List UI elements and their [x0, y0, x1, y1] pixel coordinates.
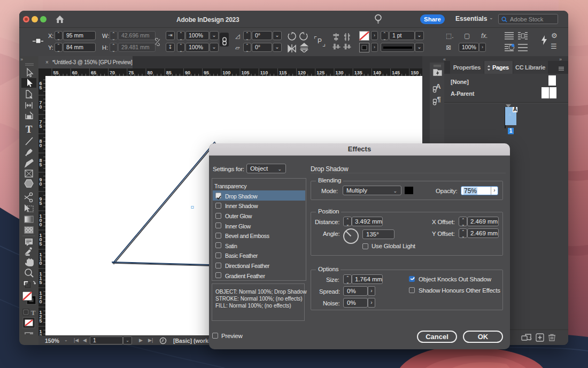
- svg-text:135: 135: [354, 70, 362, 75]
- svg-text:T: T: [26, 124, 33, 135]
- svg-text:5: 5: [39, 280, 42, 285]
- svg-text:70: 70: [110, 70, 115, 75]
- svg-text:65: 65: [91, 70, 96, 75]
- svg-text:0: 0: [39, 222, 42, 227]
- svg-text:115: 115: [279, 70, 287, 75]
- svg-text:95: 95: [204, 70, 209, 75]
- svg-text:T: T: [31, 309, 36, 317]
- svg-text:5: 5: [39, 241, 42, 247]
- svg-text:55: 55: [53, 70, 59, 75]
- svg-text:125: 125: [316, 70, 324, 75]
- svg-text:145: 145: [392, 70, 400, 75]
- svg-text:5: 5: [39, 85, 42, 90]
- svg-text:5: 5: [39, 124, 42, 129]
- svg-text:85: 85: [166, 70, 172, 75]
- svg-text:100: 100: [222, 70, 230, 75]
- svg-text:0: 0: [39, 181, 42, 187]
- svg-text:60: 60: [72, 70, 78, 75]
- svg-text:0: 0: [39, 104, 42, 110]
- svg-text:80: 80: [148, 70, 153, 75]
- svg-text:¶: ¶: [437, 95, 440, 103]
- svg-text:120: 120: [298, 70, 306, 75]
- svg-text:90: 90: [185, 70, 190, 75]
- svg-text:140: 140: [373, 70, 381, 75]
- svg-text:0: 0: [39, 299, 42, 304]
- svg-text:105: 105: [242, 70, 250, 75]
- svg-text:0: 0: [39, 260, 42, 266]
- svg-text:0: 0: [39, 143, 42, 148]
- svg-text:130: 130: [336, 70, 344, 75]
- svg-text:110: 110: [260, 70, 268, 75]
- svg-text:5: 5: [39, 318, 42, 324]
- svg-text:75: 75: [128, 70, 134, 75]
- svg-text:150: 150: [411, 70, 419, 75]
- svg-text:5: 5: [39, 201, 42, 206]
- svg-text:5: 5: [39, 162, 42, 167]
